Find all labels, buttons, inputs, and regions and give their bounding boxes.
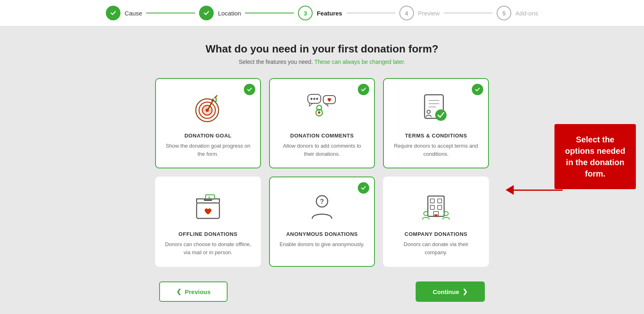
card-company-donations[interactable]: COMPANY DONATIONS Donors can donate via … bbox=[383, 177, 489, 267]
chevron-left-icon: ❮ bbox=[176, 288, 182, 295]
step-preview-label: Preview bbox=[418, 10, 440, 17]
card-terms-conditions-check bbox=[472, 84, 483, 95]
svg-rect-29 bbox=[430, 199, 434, 203]
svg-point-35 bbox=[444, 212, 448, 216]
svg-point-21 bbox=[435, 109, 447, 121]
step-preview: 4 Preview bbox=[399, 6, 440, 20]
card-donation-comments[interactable]: DONATION COMMENTS Allow donors to add co… bbox=[269, 78, 375, 168]
terms-conditions-icon bbox=[418, 90, 454, 127]
subtitle-text: Select the features you need. bbox=[239, 59, 314, 65]
card-donation-comments-desc: Allow donors to add comments to their do… bbox=[278, 142, 366, 158]
svg-text:$: $ bbox=[208, 196, 210, 199]
main-content: What do you need in your first donation … bbox=[0, 26, 644, 314]
svg-line-6 bbox=[215, 96, 217, 98]
arrow-head-icon bbox=[506, 185, 514, 195]
tooltip-text: Select the options needed in the donatio… bbox=[565, 135, 625, 178]
svg-point-12 bbox=[316, 98, 318, 100]
step-cause-circle bbox=[106, 6, 120, 20]
anonymous-donations-icon: ? bbox=[304, 189, 340, 225]
step-addons-label: Add-ons bbox=[515, 10, 538, 17]
card-terms-conditions[interactable]: TERMS & CONDITIONS Require donors to acc… bbox=[383, 78, 489, 168]
card-company-donations-title: COMPANY DONATIONS bbox=[405, 231, 467, 237]
card-anonymous-donations-desc: Enable donors to give anonymously. bbox=[280, 240, 365, 249]
donation-comments-icon bbox=[304, 90, 340, 127]
previous-button-label: Previous bbox=[185, 288, 210, 295]
company-donations-icon bbox=[418, 189, 454, 225]
page-subtitle: Select the features you need. These can … bbox=[239, 59, 405, 65]
step-preview-circle: 4 bbox=[399, 6, 414, 20]
card-donation-goal[interactable]: DONATION GOAL Show the donation goal pro… bbox=[155, 78, 261, 168]
step-features: 3 Features bbox=[298, 6, 342, 20]
step-features-circle: 3 bbox=[298, 6, 313, 20]
svg-rect-30 bbox=[438, 199, 442, 203]
chevron-right-icon: ❯ bbox=[462, 288, 468, 295]
offline-donations-icon: $ bbox=[190, 189, 226, 225]
line-1 bbox=[146, 13, 195, 13]
step-cause-label: Cause bbox=[125, 10, 142, 17]
svg-point-34 bbox=[424, 212, 428, 216]
svg-text:?: ? bbox=[320, 198, 324, 205]
card-anonymous-donations-check bbox=[358, 182, 369, 194]
card-company-donations-desc: Donors can donate via their company. bbox=[392, 240, 480, 256]
page-title: What do you need in your first donation … bbox=[206, 43, 438, 55]
subtitle-link[interactable]: These can always be changed later. bbox=[314, 59, 405, 65]
buttons-row: ❮ Previous Continue ❯ bbox=[159, 281, 485, 302]
card-offline-donations-desc: Donors can choose to donate offline, via… bbox=[164, 240, 252, 256]
card-offline-donations[interactable]: $ OFFLINE DONATIONS Donors can choose to… bbox=[155, 177, 261, 267]
step-addons-circle: 5 bbox=[497, 6, 511, 20]
step-addons: 5 Add-ons bbox=[497, 6, 538, 20]
tooltip-arrow bbox=[506, 185, 563, 195]
continue-button-label: Continue bbox=[433, 288, 459, 295]
card-anonymous-donations-title: ANONYMOUS DONATIONS bbox=[286, 231, 358, 237]
card-offline-donations-title: OFFLINE DONATIONS bbox=[179, 231, 238, 237]
card-anonymous-donations[interactable]: ? ANONYMOUS DONATIONS Enable donors to g… bbox=[269, 177, 375, 267]
arrow-line bbox=[514, 190, 563, 191]
card-donation-goal-desc: Show the donation goal progress on the f… bbox=[164, 142, 252, 158]
stepper: Cause Location 3 Features 4 Preview 5 Ad… bbox=[0, 0, 644, 26]
card-donation-comments-title: DONATION COMMENTS bbox=[290, 133, 354, 139]
svg-point-10 bbox=[311, 98, 313, 100]
step-location-circle bbox=[199, 6, 214, 20]
step-location-label: Location bbox=[218, 10, 241, 17]
card-donation-goal-check bbox=[244, 84, 255, 95]
svg-point-20 bbox=[427, 110, 430, 113]
step-features-label: Features bbox=[317, 10, 342, 17]
svg-rect-31 bbox=[430, 205, 434, 209]
card-terms-conditions-desc: Require donors to accept terms and condi… bbox=[392, 142, 480, 158]
tooltip-box: Select the options needed in the donatio… bbox=[554, 124, 636, 189]
card-donation-comments-check bbox=[358, 84, 369, 95]
feature-cards-grid: DONATION GOAL Show the donation goal pro… bbox=[155, 78, 489, 267]
svg-rect-32 bbox=[438, 205, 442, 209]
step-cause: Cause bbox=[106, 6, 142, 20]
card-donation-goal-title: DONATION GOAL bbox=[184, 133, 232, 139]
donation-goal-icon bbox=[190, 90, 226, 127]
continue-button[interactable]: Continue ❯ bbox=[416, 281, 485, 302]
line-3 bbox=[346, 13, 395, 13]
line-4 bbox=[444, 13, 493, 13]
card-terms-conditions-title: TERMS & CONDITIONS bbox=[405, 133, 467, 139]
step-location: Location bbox=[199, 6, 241, 20]
previous-button[interactable]: ❮ Previous bbox=[159, 281, 228, 302]
line-2 bbox=[245, 13, 294, 13]
svg-point-11 bbox=[313, 98, 315, 100]
